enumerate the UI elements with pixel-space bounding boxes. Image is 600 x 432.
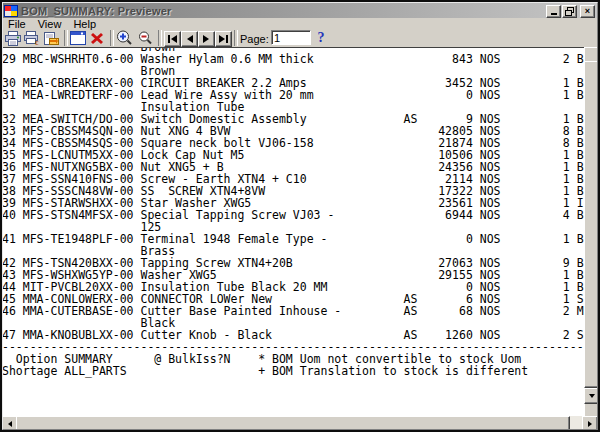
toolbar: c — [3, 29, 597, 48]
zoom-out-icon — [138, 31, 153, 45]
horizontal-scroll-thumb[interactable] — [16, 416, 570, 431]
toolbar-separator — [234, 30, 238, 46]
close-x-icon — [90, 32, 104, 45]
minimize-button[interactable] — [546, 5, 561, 18]
vertical-scroll-thumb[interactable] — [584, 61, 600, 388]
app-icon — [4, 5, 18, 17]
minimize-icon — [551, 13, 557, 15]
restore-icon — [565, 7, 574, 16]
report-text: Brown 29 MBC-WSHRHT0.6-00 Washer Hylam 0… — [2, 47, 584, 377]
first-page-icon — [168, 35, 177, 43]
close-icon: × — [585, 7, 590, 16]
vertical-scrollbar[interactable] — [584, 47, 598, 404]
preview-window-icon — [70, 31, 86, 45]
print-button[interactable] — [4, 29, 22, 47]
help-button[interactable]: ? — [313, 29, 329, 47]
zoom-in-button[interactable] — [115, 29, 133, 47]
close-button[interactable]: × — [580, 5, 595, 18]
arrow-left-icon — [8, 421, 12, 427]
page-label: Page: — [240, 33, 269, 45]
scroll-right-button[interactable] — [582, 416, 598, 431]
title-bar: BOM_SUMMARY: Previewer × — [3, 3, 597, 18]
arrow-down-icon — [589, 394, 595, 398]
next-page-icon — [203, 35, 210, 43]
arrow-right-icon — [588, 421, 592, 427]
close-preview-button[interactable] — [88, 29, 106, 47]
last-page-button[interactable] — [215, 31, 232, 47]
toolbar-separator — [110, 30, 114, 46]
printer-icon — [5, 31, 21, 46]
toolbar-separator — [64, 30, 68, 46]
prev-page-icon — [186, 35, 193, 43]
last-page-icon — [219, 35, 228, 43]
export-icon — [43, 31, 59, 46]
zoom-in-icon — [116, 30, 133, 46]
page-input[interactable] — [271, 30, 311, 45]
preview-window-button[interactable] — [69, 29, 87, 47]
restore-button[interactable] — [562, 5, 577, 18]
preview-pane: Brown 29 MBC-WSHRHT0.6-00 Washer Hylam 0… — [2, 47, 585, 417]
toolbar-separator — [158, 30, 162, 46]
print-setup-button[interactable]: c — [23, 29, 41, 47]
window-title: BOM_SUMMARY: Previewer — [21, 5, 172, 17]
export-button[interactable] — [42, 29, 60, 47]
scroll-down-button[interactable] — [584, 388, 600, 404]
printer-setup-icon: c — [24, 31, 40, 46]
next-page-button[interactable] — [198, 31, 215, 47]
help-icon: ? — [318, 30, 325, 46]
svg-text:c: c — [35, 38, 39, 46]
first-page-button[interactable] — [164, 31, 181, 47]
prev-page-button[interactable] — [181, 31, 198, 47]
horizontal-scrollbar[interactable] — [2, 416, 598, 429]
zoom-out-button[interactable] — [136, 29, 154, 47]
